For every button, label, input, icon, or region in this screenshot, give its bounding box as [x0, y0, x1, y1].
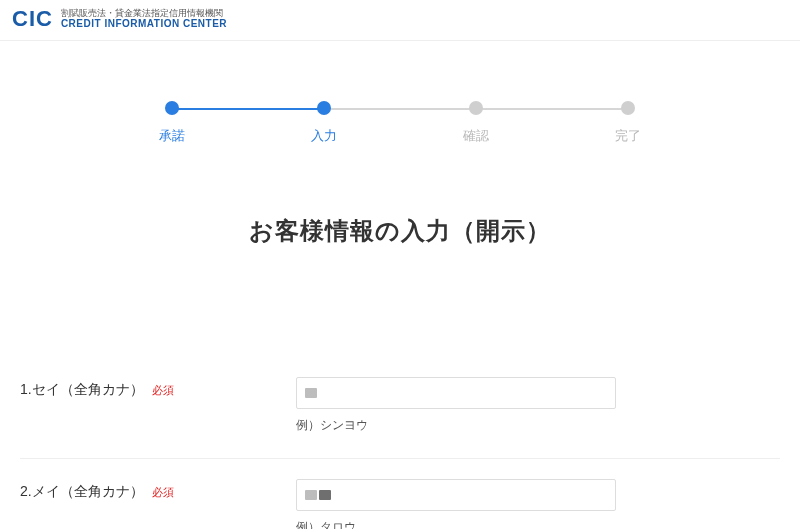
required-badge: 必須	[152, 485, 174, 500]
step-label: 入力	[311, 127, 337, 145]
customer-info-form: 1.セイ（全角カナ） 必須 例）シンヨウ 2.メイ（全角カナ） 必須	[20, 357, 780, 529]
mei-input[interactable]	[296, 479, 616, 511]
logo-sub-en: CREDIT INFORMATION CENTER	[61, 18, 227, 29]
field-label-col: 2.メイ（全角カナ） 必須	[20, 479, 296, 501]
step-label: 承諾	[159, 127, 185, 145]
step-confirm: 確認	[444, 101, 508, 145]
progress-stepper: 承諾 入力 確認 完了	[140, 101, 660, 145]
step-dot-icon	[165, 101, 179, 115]
logo-sub-jp: 割賦販売法・貸金業法指定信用情報機関	[61, 9, 227, 19]
step-label: 完了	[615, 127, 641, 145]
step-accept: 承諾	[140, 101, 204, 145]
field-label: 2.メイ（全角カナ）	[20, 483, 144, 501]
site-header: CIC 割賦販売法・貸金業法指定信用情報機関 CREDIT INFORMATIO…	[0, 0, 800, 41]
step-input: 入力	[292, 101, 356, 145]
logo-text: CIC	[12, 6, 53, 32]
step-dot-icon	[317, 101, 331, 115]
field-row-mei: 2.メイ（全角カナ） 必須 例）タロウ	[20, 459, 780, 529]
logo-subtitle: 割賦販売法・貸金業法指定信用情報機関 CREDIT INFORMATION CE…	[61, 9, 227, 30]
step-dot-icon	[621, 101, 635, 115]
step-label: 確認	[463, 127, 489, 145]
step-dot-icon	[469, 101, 483, 115]
field-label-col: 1.セイ（全角カナ） 必須	[20, 377, 296, 399]
step-done: 完了	[596, 101, 660, 145]
field-label: 1.セイ（全角カナ）	[20, 381, 144, 399]
required-badge: 必須	[152, 383, 174, 398]
